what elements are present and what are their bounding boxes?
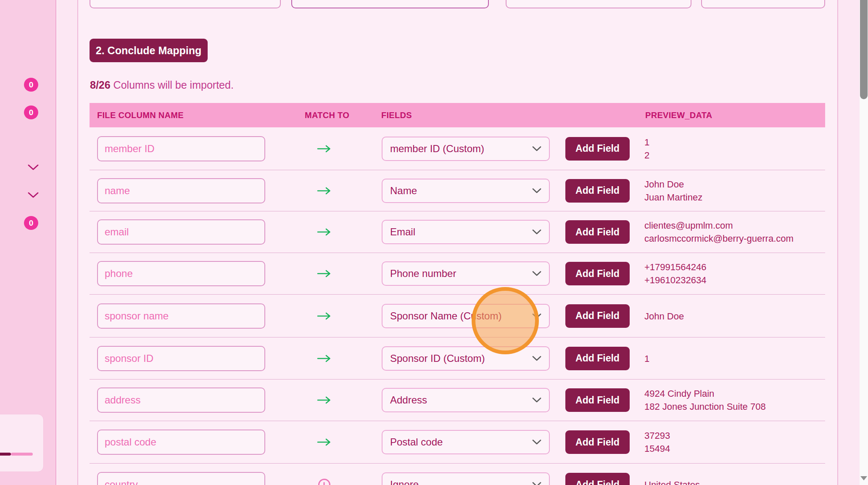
header-preview-data: PREVIEW_DATA: [645, 111, 712, 120]
match-cell: [317, 267, 331, 280]
sidebar: 0 0 0: [0, 0, 56, 485]
file-column-name-input[interactable]: [97, 178, 265, 203]
table-row: Phone number Add Field +17991564246+1961…: [90, 253, 825, 295]
match-arrow-icon: [317, 395, 331, 405]
file-column-name-input[interactable]: [97, 261, 265, 286]
header-match-to: MATCH TO: [305, 111, 349, 120]
preview-data: clientes@upmlm.comcarlosmccormick@berry-…: [644, 219, 794, 245]
table-row: Email Add Field clientes@upmlm.comcarlos…: [90, 211, 825, 253]
chevron-down-icon: [532, 146, 541, 151]
field-select-value: Sponsor ID (Custom): [390, 353, 485, 364]
field-select[interactable]: Postal code: [382, 430, 550, 454]
field-select[interactable]: Ignore: [382, 472, 550, 485]
match-cell: [317, 394, 331, 406]
add-field-button[interactable]: Add Field: [565, 473, 630, 485]
preview-data: John Doe: [644, 309, 684, 322]
scroll-down-button[interactable]: [860, 475, 868, 482]
import-column-mapping-screen: 0 0 0 2. Conclude Mapping 8/26 Columns w…: [0, 0, 868, 485]
conclude-mapping-button[interactable]: 2. Conclude Mapping: [90, 39, 208, 62]
file-column-name-input[interactable]: [97, 219, 265, 245]
match-cell: [317, 436, 331, 448]
preview-data: 12: [644, 136, 649, 162]
table-header: FILE COLUMN NAME MATCH TO FIELDS PREVIEW…: [90, 103, 825, 127]
field-select[interactable]: Email: [382, 220, 550, 244]
chevron-down-icon: [532, 440, 541, 445]
add-field-button[interactable]: Add Field: [565, 430, 630, 454]
match-cell: [317, 478, 331, 485]
match-arrow-icon: [317, 186, 331, 195]
chevron-down-icon: [532, 356, 541, 361]
top-input-box[interactable]: [90, 0, 281, 8]
file-column-name-input[interactable]: [97, 346, 265, 371]
preview-data: John DoeJuan Martinez: [644, 178, 702, 204]
import-summary-text: Columns will be imported.: [111, 79, 234, 91]
add-field-button[interactable]: Add Field: [565, 179, 630, 203]
add-field-button[interactable]: Add Field: [565, 137, 630, 161]
add-field-button[interactable]: Add Field: [565, 262, 630, 285]
chevron-down-icon: [532, 482, 541, 485]
progress-bar-filled: [0, 453, 11, 456]
preview-data: 3729315494: [644, 429, 670, 455]
chevron-down-icon[interactable]: [26, 191, 40, 199]
field-select[interactable]: Name: [382, 179, 550, 203]
vertical-scrollbar[interactable]: [860, 0, 868, 485]
chevron-down-icon: [532, 271, 541, 277]
import-count: 8/26: [90, 79, 111, 91]
chevron-down-icon: [532, 229, 541, 235]
top-input-box[interactable]: [506, 0, 691, 8]
field-select-value: Postal code: [390, 436, 443, 448]
preview-data: 1: [644, 352, 649, 365]
preview-data: United States: [644, 478, 700, 485]
top-input-box-focused[interactable]: [291, 0, 489, 8]
file-column-name-input[interactable]: [97, 430, 265, 455]
file-column-name-input[interactable]: [97, 472, 265, 485]
match-cell: [317, 352, 331, 365]
field-select[interactable]: Address: [382, 388, 550, 412]
file-column-name-input[interactable]: [97, 136, 265, 161]
field-select[interactable]: Sponsor ID (Custom): [382, 346, 550, 371]
field-select-value: Address: [390, 394, 427, 406]
field-select[interactable]: member ID (Custom): [382, 137, 550, 161]
left-gutter: [57, 0, 78, 485]
table-row: Ignore Add Field United States: [90, 464, 825, 485]
chevron-down-icon: [532, 313, 541, 319]
field-select[interactable]: Phone number: [382, 261, 550, 286]
match-arrow-icon: [317, 354, 331, 363]
table-row: Sponsor Name (Custom) Add Field John Doe: [90, 295, 825, 337]
sidebar-count-badge: 0: [24, 216, 38, 230]
add-field-button[interactable]: Add Field: [565, 304, 630, 328]
match-cell: [317, 226, 331, 238]
field-select-value: member ID (Custom): [390, 143, 484, 155]
top-input-box[interactable]: [701, 0, 825, 8]
match-cell: [317, 142, 331, 155]
match-arrow-icon: [317, 269, 331, 278]
table-body: member ID (Custom) Add Field 12 Name Add…: [90, 127, 825, 485]
header-fields: FIELDS: [381, 111, 412, 120]
triangle-down-icon: [860, 476, 867, 480]
sidebar-count-badge: 0: [24, 105, 38, 119]
scrollbar-thumb[interactable]: [860, 0, 868, 99]
chevron-down-icon[interactable]: [26, 163, 40, 171]
match-arrow-icon: [317, 438, 331, 447]
match-arrow-icon: [317, 311, 331, 321]
preview-data: 4924 Cindy Plain182 Jones Junction Suite…: [644, 387, 766, 413]
add-field-button[interactable]: Add Field: [565, 220, 630, 244]
field-select-value: Ignore: [390, 479, 419, 485]
header-file-column-name: FILE COLUMN NAME: [97, 111, 184, 120]
sidebar-count-badge: 0: [24, 78, 38, 92]
preview-data: +17991564246+19610232634: [644, 261, 706, 287]
unmatched-warning-icon: [318, 479, 330, 485]
add-field-button[interactable]: Add Field: [565, 388, 630, 412]
table-row: member ID (Custom) Add Field 12: [90, 127, 825, 170]
match-arrow-icon: [317, 144, 331, 153]
table-row: Address Add Field 4924 Cindy Plain182 Jo…: [90, 380, 825, 421]
file-column-name-input[interactable]: [97, 303, 265, 329]
field-select[interactable]: Sponsor Name (Custom): [382, 304, 550, 328]
table-row: Name Add Field John DoeJuan Martinez: [90, 170, 825, 211]
table-row: Postal code Add Field 3729315494: [90, 421, 825, 464]
field-select-value: Phone number: [390, 268, 456, 279]
file-column-name-input[interactable]: [97, 387, 265, 413]
field-select-value: Sponsor Name (Custom): [390, 310, 501, 322]
add-field-button[interactable]: Add Field: [565, 347, 630, 370]
table-row: Sponsor ID (Custom) Add Field 1: [90, 337, 825, 380]
